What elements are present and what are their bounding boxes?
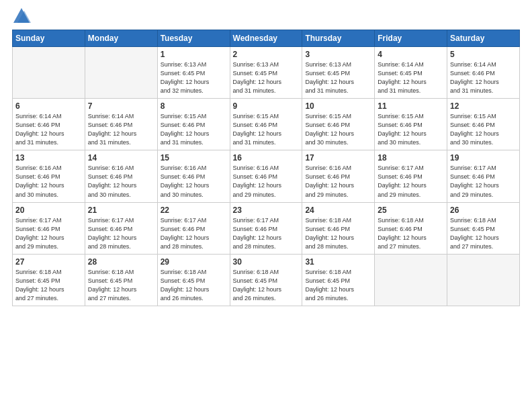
day-number: 18 [378,153,444,163]
day-info: Sunrise: 6:15 AM Sunset: 6:46 PM Dayligh… [305,112,371,147]
calendar-cell: 30Sunrise: 6:18 AM Sunset: 6:45 PM Dayli… [230,254,302,306]
day-info: Sunrise: 6:14 AM Sunset: 6:46 PM Dayligh… [450,60,517,95]
day-number: 4 [378,50,444,59]
day-number: 17 [305,153,371,163]
day-number: 29 [161,257,227,267]
weekday-header-monday: Monday [85,30,157,47]
logo-icon [12,7,31,26]
day-info: Sunrise: 6:17 AM Sunset: 6:46 PM Dayligh… [161,216,227,251]
day-info: Sunrise: 6:18 AM Sunset: 6:45 PM Dayligh… [88,268,154,303]
day-info: Sunrise: 6:15 AM Sunset: 6:46 PM Dayligh… [233,112,300,147]
day-number: 16 [233,153,300,163]
day-number: 26 [450,205,517,215]
calendar-cell [447,254,520,306]
weekday-header-friday: Friday [375,30,447,47]
day-number: 24 [305,205,371,215]
day-number: 9 [233,101,300,111]
calendar-cell: 9Sunrise: 6:15 AM Sunset: 6:46 PM Daylig… [230,99,302,150]
day-info: Sunrise: 6:17 AM Sunset: 6:46 PM Dayligh… [15,216,82,251]
calendar-cell: 17Sunrise: 6:16 AM Sunset: 6:46 PM Dayli… [302,150,375,202]
calendar-cell: 14Sunrise: 6:16 AM Sunset: 6:46 PM Dayli… [85,150,157,202]
day-number: 6 [15,101,82,111]
day-number: 27 [15,257,82,267]
logo [12,7,34,26]
day-info: Sunrise: 6:18 AM Sunset: 6:45 PM Dayligh… [450,216,517,251]
calendar-cell: 29Sunrise: 6:18 AM Sunset: 6:45 PM Dayli… [157,254,230,306]
day-number: 20 [15,205,82,215]
day-info: Sunrise: 6:16 AM Sunset: 6:46 PM Dayligh… [161,164,227,199]
week-row-4: 20Sunrise: 6:17 AM Sunset: 6:46 PM Dayli… [13,202,520,254]
day-info: Sunrise: 6:18 AM Sunset: 6:45 PM Dayligh… [233,268,300,303]
day-number: 7 [88,101,154,111]
calendar-cell: 23Sunrise: 6:17 AM Sunset: 6:46 PM Dayli… [230,202,302,254]
calendar-cell: 4Sunrise: 6:14 AM Sunset: 6:45 PM Daylig… [375,47,447,99]
day-info: Sunrise: 6:16 AM Sunset: 6:46 PM Dayligh… [15,164,82,199]
day-number: 14 [88,153,154,163]
day-info: Sunrise: 6:18 AM Sunset: 6:46 PM Dayligh… [305,216,371,251]
calendar-cell [13,47,85,99]
calendar-cell: 28Sunrise: 6:18 AM Sunset: 6:45 PM Dayli… [85,254,157,306]
calendar-cell: 31Sunrise: 6:18 AM Sunset: 6:45 PM Dayli… [302,254,375,306]
calendar-cell [375,254,447,306]
day-number: 25 [378,205,444,215]
day-number: 2 [233,50,300,59]
week-row-1: 1Sunrise: 6:13 AM Sunset: 6:45 PM Daylig… [13,47,520,99]
day-info: Sunrise: 6:18 AM Sunset: 6:46 PM Dayligh… [378,216,444,251]
calendar-cell: 7Sunrise: 6:14 AM Sunset: 6:46 PM Daylig… [85,99,157,150]
weekday-header-saturday: Saturday [447,30,520,47]
calendar-cell [85,47,157,99]
day-info: Sunrise: 6:13 AM Sunset: 6:45 PM Dayligh… [233,60,300,95]
calendar-cell: 13Sunrise: 6:16 AM Sunset: 6:46 PM Dayli… [13,150,85,202]
calendar-cell: 22Sunrise: 6:17 AM Sunset: 6:46 PM Dayli… [157,202,230,254]
calendar-cell: 3Sunrise: 6:13 AM Sunset: 6:45 PM Daylig… [302,47,375,99]
week-row-5: 27Sunrise: 6:18 AM Sunset: 6:45 PM Dayli… [13,254,520,306]
calendar-cell: 18Sunrise: 6:17 AM Sunset: 6:46 PM Dayli… [375,150,447,202]
weekday-header-wednesday: Wednesday [230,30,302,47]
day-number: 5 [450,50,517,59]
day-number: 30 [233,257,300,267]
day-info: Sunrise: 6:18 AM Sunset: 6:45 PM Dayligh… [305,268,371,303]
calendar-cell: 1Sunrise: 6:13 AM Sunset: 6:45 PM Daylig… [157,47,230,99]
day-info: Sunrise: 6:18 AM Sunset: 6:45 PM Dayligh… [15,268,82,303]
day-number: 22 [161,205,227,215]
day-info: Sunrise: 6:17 AM Sunset: 6:46 PM Dayligh… [233,216,300,251]
day-info: Sunrise: 6:17 AM Sunset: 6:46 PM Dayligh… [88,216,154,251]
calendar-cell: 2Sunrise: 6:13 AM Sunset: 6:45 PM Daylig… [230,47,302,99]
day-number: 13 [15,153,82,163]
calendar-cell: 27Sunrise: 6:18 AM Sunset: 6:45 PM Dayli… [13,254,85,306]
day-info: Sunrise: 6:18 AM Sunset: 6:45 PM Dayligh… [161,268,227,303]
day-number: 23 [233,205,300,215]
weekday-header-sunday: Sunday [13,30,85,47]
calendar-cell: 6Sunrise: 6:14 AM Sunset: 6:46 PM Daylig… [13,99,85,150]
weekday-header-tuesday: Tuesday [157,30,230,47]
day-number: 10 [305,101,371,111]
calendar-cell: 21Sunrise: 6:17 AM Sunset: 6:46 PM Dayli… [85,202,157,254]
day-info: Sunrise: 6:13 AM Sunset: 6:45 PM Dayligh… [305,60,371,95]
day-info: Sunrise: 6:16 AM Sunset: 6:46 PM Dayligh… [88,164,154,199]
calendar-cell: 24Sunrise: 6:18 AM Sunset: 6:46 PM Dayli… [302,202,375,254]
weekday-header-thursday: Thursday [302,30,375,47]
calendar-cell: 5Sunrise: 6:14 AM Sunset: 6:46 PM Daylig… [447,47,520,99]
calendar-cell: 15Sunrise: 6:16 AM Sunset: 6:46 PM Dayli… [157,150,230,202]
day-info: Sunrise: 6:15 AM Sunset: 6:46 PM Dayligh… [161,112,227,147]
weekday-header-row: SundayMondayTuesdayWednesdayThursdayFrid… [13,30,520,47]
calendar-cell: 25Sunrise: 6:18 AM Sunset: 6:46 PM Dayli… [375,202,447,254]
day-info: Sunrise: 6:15 AM Sunset: 6:46 PM Dayligh… [450,112,517,147]
calendar-table: SundayMondayTuesdayWednesdayThursdayFrid… [12,30,520,306]
calendar-cell: 20Sunrise: 6:17 AM Sunset: 6:46 PM Dayli… [13,202,85,254]
day-number: 1 [161,50,227,59]
day-info: Sunrise: 6:14 AM Sunset: 6:45 PM Dayligh… [378,60,444,95]
day-number: 8 [161,101,227,111]
day-info: Sunrise: 6:13 AM Sunset: 6:45 PM Dayligh… [161,60,227,95]
day-info: Sunrise: 6:16 AM Sunset: 6:46 PM Dayligh… [233,164,300,199]
day-number: 28 [88,257,154,267]
day-info: Sunrise: 6:16 AM Sunset: 6:46 PM Dayligh… [305,164,371,199]
day-number: 31 [305,257,371,267]
day-number: 21 [88,205,154,215]
day-number: 12 [450,101,517,111]
day-info: Sunrise: 6:17 AM Sunset: 6:46 PM Dayligh… [450,164,517,199]
week-row-3: 13Sunrise: 6:16 AM Sunset: 6:46 PM Dayli… [13,150,520,202]
day-info: Sunrise: 6:15 AM Sunset: 6:46 PM Dayligh… [378,112,444,147]
day-number: 3 [305,50,371,59]
day-number: 11 [378,101,444,111]
